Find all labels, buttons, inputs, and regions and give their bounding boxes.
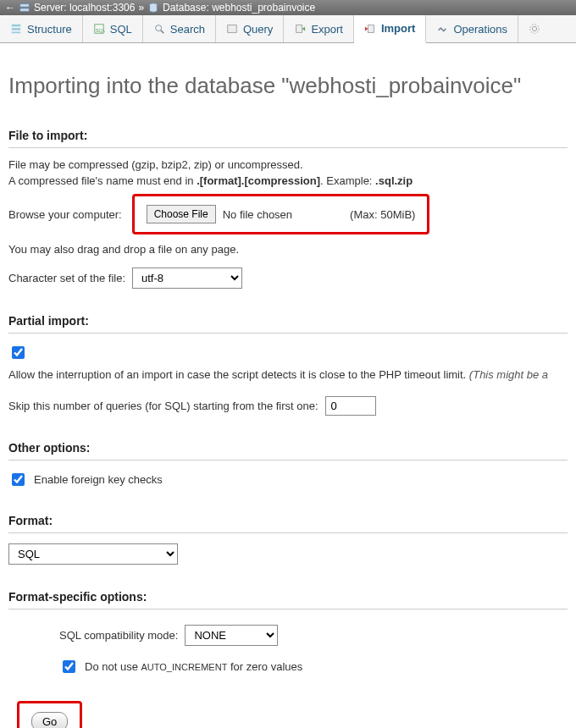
drag-hint: You may also drag and drop a file on any… [8,243,568,256]
tab-structure[interactable]: Structure [0,15,83,42]
allow-interrupt-checkbox[interactable] [12,346,25,359]
help-text: . Example: [320,174,375,187]
svg-rect-0 [20,4,30,8]
fso-block: SQL compatibility mode: NONE Do not use … [8,625,568,676]
highlight-box-file: Choose File No file chosen (Max: 50MiB) [132,194,430,234]
browse-label: Browse your computer: [8,208,122,221]
no-file-label: No file chosen [223,208,292,221]
format-select[interactable]: SQL [8,543,178,565]
help-format: .[format].[compression] [197,174,320,187]
search-icon [153,23,165,35]
charset-select[interactable]: utf-8 [132,267,242,289]
tab-operations[interactable]: Operations [426,15,518,42]
compat-label: SQL compatibility mode: [59,629,178,642]
export-icon [294,23,306,35]
tab-export[interactable]: Export [284,15,354,42]
tab-label: SQL [110,23,132,36]
svg-rect-3 [12,25,21,27]
allow-interrupt-label: Allow the interruption of an import in c… [8,368,548,381]
choose-file-button[interactable]: Choose File [147,205,216,223]
tab-label: Import [381,22,415,35]
help-example: .sql.zip [375,174,413,187]
help-filename: A compressed file's name must end in .[f… [8,174,568,187]
breadcrumb: ← Server: localhost:3306 » Database: web… [0,0,576,15]
tab-sql[interactable]: SQL SQL [83,15,143,42]
autoinc-checkbox[interactable] [63,660,75,673]
charset-label: Character set of the file: [8,272,125,284]
label-text: Allow the interruption of an import in c… [8,368,466,381]
query-icon [226,23,238,35]
fk-checkbox[interactable] [12,473,25,486]
help-compressed: File may be compressed (gzip, bzip2, zip… [8,158,568,171]
section-other-heading: Other options: [8,441,568,455]
autoinc-label: Do not use AUTO_INCREMENT for zero value… [85,660,302,673]
browse-row: Browse your computer: Choose File No fil… [8,194,568,234]
page-title: Importing into the database "webhosti_pr… [8,73,568,99]
divider [8,460,568,461]
divider [8,147,568,148]
label-italic: (This might be a [469,368,548,381]
section-file-heading: File to import: [8,129,568,142]
divider [8,333,568,334]
svg-point-13 [532,26,536,30]
page-content: Importing into the database "webhosti_pr… [0,43,576,728]
tabs: Structure SQL SQL Search Query Export Im… [0,15,576,43]
sql-icon: SQL [93,23,105,35]
structure-icon [10,23,22,35]
tab-label: Query [243,23,273,36]
fk-row: Enable foreign key checks [8,471,568,488]
label-code: AUTO_INCREMENT [141,662,228,672]
skip-input[interactable] [325,396,376,416]
breadcrumb-sep: » [138,2,144,14]
svg-rect-11 [296,25,302,33]
svg-point-14 [530,25,540,34]
divider [8,532,568,533]
compat-select[interactable]: NONE [185,625,278,646]
svg-rect-4 [12,28,21,30]
label-text: for zero values [227,660,302,673]
compat-row: SQL compatibility mode: NONE [59,625,568,646]
import-icon [364,23,376,35]
section-format-heading: Format: [8,514,568,527]
tab-label: Export [311,23,343,36]
divider [8,609,568,609]
go-button[interactable]: Go [31,712,68,728]
tab-label: Operations [453,23,507,36]
svg-rect-1 [20,8,30,12]
highlight-box-go: Go [17,701,82,728]
breadcrumb-server[interactable]: Server: localhost:3306 [34,2,135,14]
svg-point-8 [155,25,161,31]
section-fso-heading: Format-specific options: [8,590,568,604]
tab-query[interactable]: Query [216,15,284,42]
gear-icon [529,23,540,35]
autoinc-row: Do not use AUTO_INCREMENT for zero value… [59,658,568,676]
tab-label: Search [170,23,205,36]
breadcrumb-database[interactable]: Database: webhosti_probainvoice [163,2,315,14]
max-size-label: (Max: 50MiB) [350,208,415,221]
svg-text:SQL: SQL [95,27,104,33]
operations-icon [436,23,448,35]
tab-import[interactable]: Import [354,15,426,43]
skip-row: Skip this number of queries (for SQL) st… [8,396,568,416]
tab-label: Structure [27,23,72,36]
svg-rect-10 [228,25,237,33]
allow-interrupt-row: Allow the interruption of an import in c… [8,344,568,381]
label-text: Do not use [85,660,141,673]
help-text: A compressed file's name must end in [8,174,197,187]
svg-rect-5 [12,32,21,34]
server-icon [19,2,30,14]
fk-label: Enable foreign key checks [34,473,163,486]
svg-line-9 [161,30,164,34]
leftarrow-icon[interactable]: ← [5,2,15,14]
tab-search[interactable]: Search [143,15,216,42]
svg-rect-12 [368,25,374,32]
format-row: SQL [8,543,568,565]
database-icon [147,2,159,14]
tab-more[interactable] [518,15,551,42]
section-partial-heading: Partial import: [8,314,568,328]
skip-label: Skip this number of queries (for SQL) st… [8,400,318,412]
charset-row: Character set of the file: utf-8 [8,267,568,289]
